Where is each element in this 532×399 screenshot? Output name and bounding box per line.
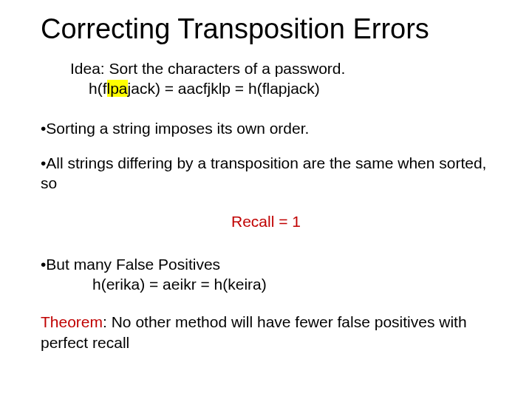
idea-line2-b: jack) = aacfjklp = h(flapjack) (128, 80, 320, 97)
bullet-list: •Sorting a string imposes its own order.… (41, 118, 491, 295)
idea-block: Idea: Sort the characters of a password.… (70, 58, 491, 99)
recall-line: Recall = 1 (41, 211, 491, 231)
slide-container: Correcting Transposition Errors Idea: So… (0, 0, 532, 399)
bullet-2: •All strings differing by a transpositio… (41, 153, 491, 194)
bullet-3: •But many False Positives h(erika) = aei… (41, 254, 491, 295)
idea-line-2: h(flpajack) = aacfjklp = h(flapjack) (89, 78, 491, 98)
theorem-text: : No other method will have fewer false … (41, 313, 467, 350)
idea-line2-a: h(f (89, 80, 107, 97)
bullet-2-text: All strings differing by a transposition… (41, 154, 486, 191)
bullet-1-text: Sorting a string imposes its own order. (46, 120, 309, 137)
idea-line-1: Idea: Sort the characters of a password. (70, 58, 491, 78)
bullet-3-sub: h(erika) = aeikr = h(keira) (92, 274, 491, 294)
slide-title: Correcting Transposition Errors (41, 13, 491, 45)
theorem-label: Theorem (41, 313, 103, 330)
bullet-1: •Sorting a string imposes its own order. (41, 118, 491, 138)
bullet-3-text: But many False Positives (46, 256, 220, 273)
idea-highlight: lpa (107, 80, 128, 97)
theorem-block: Theorem: No other method will have fewer… (41, 312, 491, 352)
